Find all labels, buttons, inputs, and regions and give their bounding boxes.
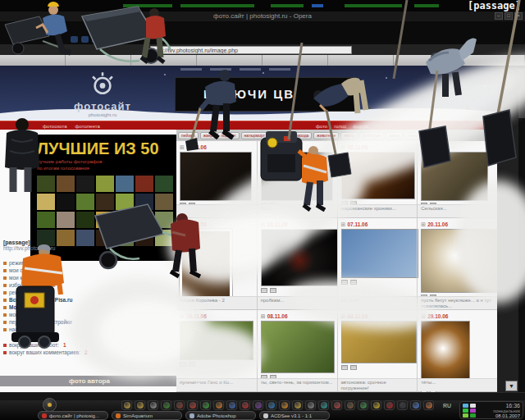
- category-chip[interactable]: жанр: [200, 132, 217, 139]
- photo-thumbnail[interactable]: [341, 229, 418, 278]
- mosaic-thumbnail[interactable]: [116, 212, 134, 228]
- back-icon[interactable]: [71, 36, 78, 43]
- mosaic-thumbnail[interactable]: [57, 176, 75, 192]
- scrollbar-thumb[interactable]: [518, 69, 525, 118]
- photo-card[interactable]: ⊞ 14.11.06 пулемётчик Ганс и Ко...: [176, 310, 257, 391]
- photo-card[interactable]: ⊞ 08.11.06 марокканские хроники...: [337, 141, 418, 217]
- quick-launch-icon[interactable]: [318, 400, 329, 410]
- sidebar-menu-item[interactable]: мои комментарии: [3, 274, 171, 281]
- category-chip[interactable]: разное: [423, 132, 443, 139]
- quick-launch-icon[interactable]: [213, 400, 224, 410]
- taskbar-window-button[interactable]: фото.сайт | photosig...: [38, 411, 108, 420]
- quick-launch-icon[interactable]: [305, 400, 316, 410]
- photo-thumbnail[interactable]: [180, 321, 253, 360]
- author-photo-bar[interactable]: фото автора: [0, 376, 179, 386]
- sidebar-menu-item[interactable]: настройки сайта: [3, 326, 171, 333]
- comments-icon[interactable]: [341, 365, 348, 370]
- mosaic-thumbnail[interactable]: [96, 176, 114, 192]
- tray-icon[interactable]: [463, 413, 468, 418]
- photo-thumbnail[interactable]: [180, 152, 252, 201]
- quick-launch-icon[interactable]: [397, 400, 408, 410]
- tray-icon[interactable]: [463, 404, 468, 408]
- quick-launch-icon[interactable]: [371, 400, 381, 410]
- taskbar-window-button[interactable]: Adobe Photoshop: [185, 411, 256, 420]
- scroll-down-arrow[interactable]: ▼: [505, 381, 518, 391]
- quick-launch-icon[interactable]: [358, 400, 368, 410]
- mosaic-thumbnail[interactable]: [57, 194, 75, 210]
- mosaic-thumbnail[interactable]: [155, 194, 173, 210]
- album-icon[interactable]: [189, 362, 195, 367]
- quick-launch-icon[interactable]: [266, 400, 276, 410]
- photo-card[interactable]: ⊞ 29.10.06 тёты...: [417, 310, 497, 391]
- photo-card[interactable]: ⊞ 03.11.06 автономка: срочное погружение…: [337, 310, 418, 391]
- category-chip[interactable]: животные: [313, 132, 339, 139]
- mosaic-thumbnail[interactable]: [37, 194, 55, 210]
- photo-thumbnail[interactable]: [261, 229, 338, 286]
- nav-link[interactable]: голос: [334, 124, 346, 129]
- quick-launch-icon[interactable]: [292, 400, 303, 410]
- mosaic-thumbnail[interactable]: [155, 176, 173, 192]
- photo-caption[interactable]: Сельская...: [418, 204, 497, 217]
- window-control-button[interactable]: –: [495, 12, 503, 20]
- photo-thumbnail[interactable]: [261, 152, 333, 201]
- category-chip[interactable]: город: [340, 132, 358, 139]
- mosaic-thumbnail[interactable]: [135, 176, 153, 192]
- category-chip[interactable]: макро: [270, 132, 288, 139]
- sidebar-menu-item[interactable]: избранные авторы: [3, 281, 171, 289]
- category-chip[interactable]: юмор: [386, 132, 403, 139]
- tray-icon[interactable]: [463, 409, 468, 413]
- photo-caption[interactable]: автономка: срочное погружение!: [338, 378, 418, 391]
- photo-thumbnail[interactable]: [341, 152, 415, 199]
- mosaic-thumbnail[interactable]: [37, 212, 55, 228]
- quick-launch-icon[interactable]: [135, 400, 145, 410]
- taskbar-window-button[interactable]: ACDSee v3.1 - 1:1: [259, 411, 330, 420]
- window-control-button[interactable]: ×: [514, 12, 523, 20]
- photo-thumbnail[interactable]: [421, 152, 488, 201]
- category-chip[interactable]: портрет: [217, 132, 239, 139]
- category-chip[interactable]: натюрморт: [241, 132, 268, 139]
- mosaic-thumbnail[interactable]: [135, 212, 153, 228]
- photo-caption[interactable]: тёты...: [418, 378, 497, 391]
- category-chip[interactable]: репортаж: [359, 132, 384, 139]
- window-control-button[interactable]: □: [504, 12, 513, 20]
- mosaic-thumbnail[interactable]: [37, 176, 55, 192]
- mosaic-thumbnail[interactable]: [155, 212, 173, 228]
- photo-caption[interactable]: [176, 204, 257, 217]
- photo-thumbnail[interactable]: [421, 229, 498, 293]
- photo-caption[interactable]: пусть бегут неуклюже... а я тут поваляла…: [418, 296, 497, 309]
- sidebar-menu-item[interactable]: персональные настройки: [3, 318, 171, 326]
- tab-bar[interactable]: [0, 55, 525, 66]
- photo-thumbnail[interactable]: [341, 321, 417, 363]
- tray-icon[interactable]: [470, 413, 476, 418]
- album-icon[interactable]: [270, 288, 276, 293]
- sidebar-menu-item[interactable]: режим preview: [3, 259, 171, 267]
- quick-launch-icon[interactable]: [121, 400, 132, 410]
- nav-link[interactable]: фотоохота: [43, 124, 67, 129]
- mosaic-thumbnail[interactable]: [116, 176, 134, 192]
- photo-card[interactable]: ⊞ 08.11.06 Сельская...: [417, 141, 497, 217]
- quick-launch-icon[interactable]: [331, 400, 342, 410]
- tray-icon[interactable]: [470, 409, 476, 413]
- photo-card[interactable]: ⊞ 16.11.06 Кошка Королева - 2: [176, 218, 257, 309]
- photo-card[interactable]: ⊞ 12.11.06: [176, 141, 257, 217]
- photo-caption[interactable]: пробкам...: [258, 296, 337, 309]
- mosaic-thumbnail[interactable]: [76, 194, 94, 210]
- photo-thumbnail[interactable]: [261, 321, 335, 373]
- sidebar-counter[interactable]: вокруг ваших работ: 1: [3, 341, 171, 349]
- comments-icon[interactable]: [261, 288, 267, 293]
- quick-launch-icon[interactable]: [174, 400, 185, 410]
- tray-icon[interactable]: [470, 404, 476, 408]
- sidebar-menu-item[interactable]: мои данные: [3, 311, 171, 318]
- taskbar-window-button[interactable]: SimAquarium: [112, 411, 182, 420]
- photo-caption[interactable]: Мои...: [258, 204, 337, 217]
- album-icon[interactable]: [350, 280, 357, 285]
- sidebar-menu-item[interactable]: рекомендованные: [3, 289, 171, 296]
- language-indicator[interactable]: RU: [443, 403, 451, 409]
- quick-launch-icon[interactable]: [345, 400, 355, 410]
- quick-launch-icon[interactable]: [148, 400, 158, 410]
- promo-banner[interactable]: ВКЛЮЧИ ЦВ: [175, 77, 357, 112]
- category-chip[interactable]: техно: [404, 132, 422, 139]
- comments-icon[interactable]: [180, 362, 186, 367]
- nav-link[interactable]: форум: [353, 124, 368, 129]
- reload-icon[interactable]: [92, 36, 99, 43]
